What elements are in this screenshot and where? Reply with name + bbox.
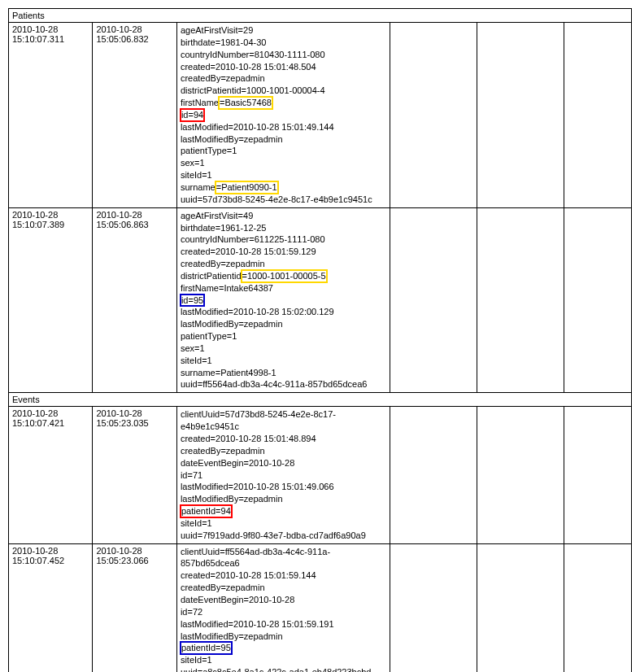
- highlight-blue: id=95: [181, 295, 204, 307]
- detail-line: createdBy=zepadmin: [181, 582, 386, 594]
- table-row: 2010-10-28 15:10:07.311 2010-10-28 15:05…: [9, 23, 632, 208]
- timestamp-2: 2010-10-28 15:05:23.066: [93, 543, 176, 672]
- section-header-label: Patients: [9, 9, 632, 23]
- detail-line: created=2010-10-28 15:01:59.144: [181, 569, 386, 582]
- highlight-red: id=94: [181, 109, 204, 121]
- highlight-yellow: =Patient9090-1: [216, 181, 278, 194]
- detail-line: siteId=1: [181, 355, 386, 367]
- detail-line: lastModifiedBy=zepadmin: [181, 493, 386, 505]
- table-row: 2010-10-28 15:10:07.452 2010-10-28 15:05…: [9, 543, 632, 672]
- detail-line: patientId=95: [181, 642, 386, 654]
- detail-line: ageAtFirstVisit=29: [181, 24, 386, 37]
- timestamp-2: 2010-10-28 15:05:06.863: [93, 207, 176, 393]
- empty-cell: [390, 407, 477, 543]
- timestamp-1: 2010-10-28 15:10:07.452: [9, 543, 93, 672]
- detail-line: createdBy=zepadmin: [181, 72, 386, 85]
- detail-line: createdBy=zepadmin: [181, 258, 386, 270]
- detail-line: surname=Patient9090-1: [181, 181, 386, 194]
- timestamp-1: 2010-10-28 15:10:07.311: [9, 23, 93, 208]
- empty-cell: [477, 407, 564, 543]
- detail-line: lastModified=2010-10-28 15:01:49.066: [181, 481, 386, 493]
- detail-line: lastModified=2010-10-28 15:01:59.191: [181, 618, 386, 631]
- detail-line: firstName=Intake64387: [181, 282, 386, 295]
- detail-line: lastModifiedBy=zepadmin: [181, 133, 386, 146]
- empty-cell: [564, 23, 632, 208]
- timestamp-2: 2010-10-28 15:05:23.035: [93, 407, 176, 543]
- detail-line: lastModifiedBy=zepadmin: [181, 631, 386, 643]
- detail-line: dateEventBegin=2010-10-28: [181, 457, 386, 469]
- detail-line: clientUuid=ff5564ad-db3a-4c4c-911a-857bd…: [181, 546, 386, 570]
- detail-line: districtPatientid=1000-1001-00004-4: [181, 85, 386, 97]
- empty-cell: [477, 207, 564, 393]
- empty-cell: [564, 407, 632, 543]
- detail-cell: ageAtFirstVisit=29birthdate=1981-04-30co…: [176, 23, 390, 208]
- detail-line: birthdate=1961-12-25: [181, 222, 386, 234]
- detail-line: patientType=1: [181, 145, 386, 157]
- timestamp-1: 2010-10-28 15:10:07.389: [9, 207, 93, 393]
- empty-cell: [390, 23, 477, 208]
- detail-line: patientType=1: [181, 330, 386, 343]
- detail-line: ageAtFirstVisit=49: [181, 210, 386, 222]
- detail-line: sex=1: [181, 157, 386, 169]
- detail-line: countryIdNumber=611225-1111-080: [181, 233, 386, 246]
- highlight-yellow: =Basic57468: [219, 97, 272, 109]
- detail-line: lastModifiedBy=zepadmin: [181, 318, 386, 330]
- empty-cell: [477, 23, 564, 208]
- detail-cell: clientUuid=57d73bd8-5245-4e2e-8c17-e4b9e…: [176, 407, 390, 543]
- detail-line: lastModified=2010-10-28 15:01:49.144: [181, 121, 386, 133]
- detail-line: created=2010-10-28 15:01:48.504: [181, 61, 386, 73]
- data-table: Patients 2010-10-28 15:10:07.311 2010-10…: [8, 8, 632, 672]
- detail-line: id=94: [181, 109, 386, 121]
- table-row: 2010-10-28 15:10:07.389 2010-10-28 15:05…: [9, 207, 632, 393]
- detail-line: countryIdNumber=810430-1111-080: [181, 49, 386, 61]
- detail-line: uuid=a8c8c5e4-8a1c-422c-ada1-eb48d223bcb…: [181, 666, 386, 672]
- detail-line: surname=Patient4998-1: [181, 367, 386, 379]
- section-header-patients: Patients: [9, 9, 632, 23]
- detail-line: districtPatientid=1000-1001-00005-5: [181, 270, 386, 282]
- detail-line: id=72: [181, 606, 386, 618]
- detail-line: siteId=1: [181, 517, 386, 530]
- detail-line: siteId=1: [181, 654, 386, 666]
- detail-cell: clientUuid=ff5564ad-db3a-4c4c-911a-857bd…: [176, 543, 390, 672]
- detail-line: id=95: [181, 295, 386, 307]
- detail-line: clientUuid=57d73bd8-5245-4e2e-8c17-e4b9e…: [181, 408, 386, 433]
- detail-line: sex=1: [181, 343, 386, 355]
- detail-line: id=71: [181, 469, 386, 482]
- detail-cell: ageAtFirstVisit=49birthdate=1961-12-25co…: [176, 207, 390, 393]
- detail-line: patientId=94: [181, 505, 386, 517]
- section-header-events: Events: [9, 393, 632, 407]
- detail-line: siteId=1: [181, 169, 386, 181]
- detail-line: dateEventBegin=2010-10-28: [181, 594, 386, 606]
- detail-line: birthdate=1981-04-30: [181, 37, 386, 49]
- detail-line: lastModified=2010-10-28 15:02:00.129: [181, 306, 386, 318]
- empty-cell: [390, 543, 477, 672]
- section-header-label: Events: [9, 393, 632, 407]
- empty-cell: [564, 207, 632, 393]
- detail-line: created=2010-10-28 15:01:48.894: [181, 433, 386, 445]
- highlight-blue: patientId=95: [181, 642, 232, 654]
- detail-line: createdBy=zepadmin: [181, 445, 386, 457]
- detail-line: firstName=Basic57468: [181, 97, 386, 109]
- timestamp-1: 2010-10-28 15:10:07.421: [9, 407, 93, 543]
- timestamp-2: 2010-10-28 15:05:06.832: [93, 23, 176, 208]
- detail-line: uuid=57d73bd8-5245-4e2e-8c17-e4b9e1c9451…: [181, 194, 386, 206]
- detail-line: uuid=7f919add-9f80-43e7-bdba-cd7adf6a90a…: [181, 530, 386, 542]
- highlight-red: patientId=94: [181, 505, 232, 517]
- empty-cell: [390, 207, 477, 393]
- highlight-yellow: =1000-1001-00005-5: [242, 270, 327, 282]
- empty-cell: [477, 543, 564, 672]
- empty-cell: [564, 543, 632, 672]
- detail-line: created=2010-10-28 15:01:59.129: [181, 246, 386, 258]
- table-row: 2010-10-28 15:10:07.421 2010-10-28 15:05…: [9, 407, 632, 543]
- detail-line: uuid=ff5564ad-db3a-4c4c-911a-857bd65dcea…: [181, 378, 386, 391]
